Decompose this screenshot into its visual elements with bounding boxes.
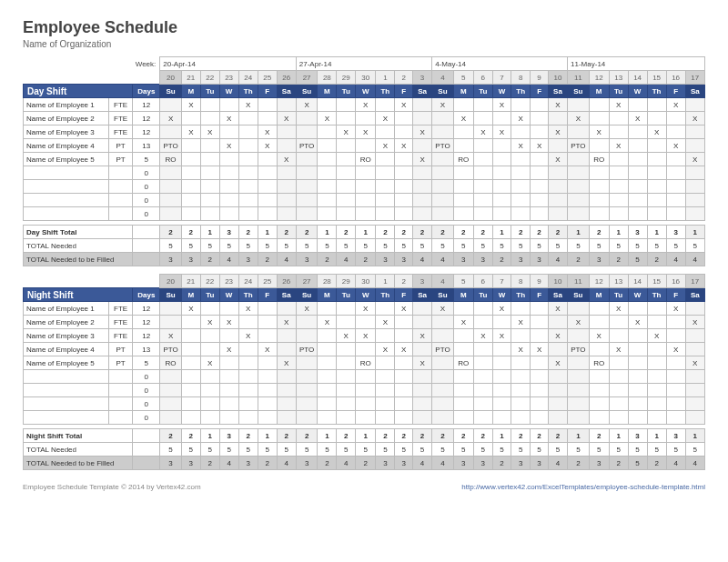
footer-right[interactable]: http://www.vertex42.com/ExcelTemplates/e… [461,483,705,491]
schedule-table: Week:20-Apr-1427-Apr-144-May-1411-May-14… [23,56,705,470]
org-subtitle: Name of Organization [23,39,705,49]
page-title: Employee Schedule [23,18,705,37]
footer-left: Employee Schedule Template © 2014 by Ver… [23,483,201,491]
footer: Employee Schedule Template © 2014 by Ver… [23,483,705,491]
